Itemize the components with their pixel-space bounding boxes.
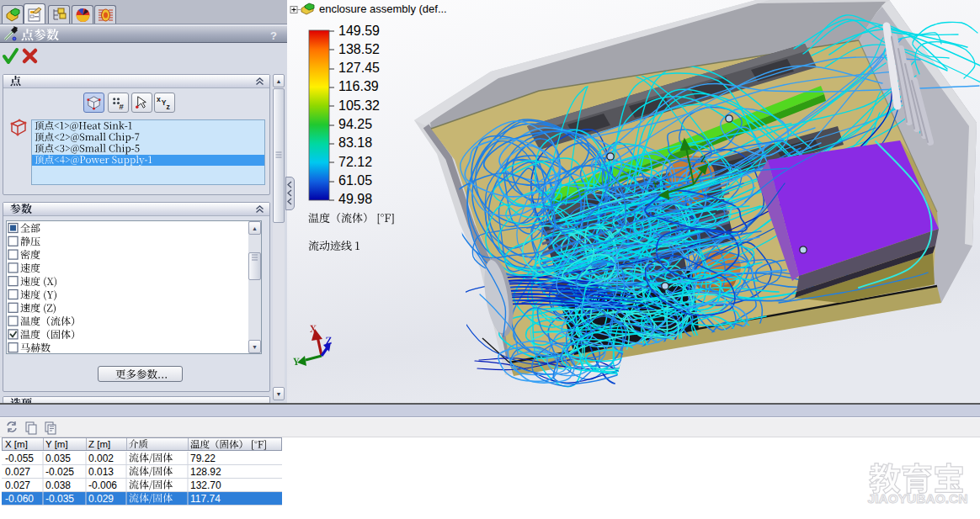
svg-text:0.002: 0.002 [88,453,114,464]
svg-text:#: # [119,102,124,111]
svg-text:z: z [166,103,169,111]
svg-text:149.59: 149.59 [338,24,380,38]
svg-text:-0.035: -0.035 [45,493,74,505]
svg-text:Y [m]: Y [m] [45,439,68,449]
svg-text:x: x [157,95,161,103]
svg-text:0.029: 0.029 [88,493,114,505]
svg-text:0.027: 0.027 [5,479,30,491]
svg-text:72.12: 72.12 [338,155,372,169]
svg-text:0.038: 0.038 [45,479,71,491]
svg-text:117.74: 117.74 [190,493,221,505]
svg-text:-0.006: -0.006 [88,479,117,491]
svg-text:enclosure assembly (def...: enclosure assembly (def... [319,3,447,15]
svg-text:94.25: 94.25 [338,117,372,131]
svg-text:X [m]: X [m] [5,439,28,449]
svg-text:-0.025: -0.025 [45,466,74,478]
svg-text:0.013: 0.013 [88,466,114,478]
svg-text:Z [m]: Z [m] [88,439,110,449]
svg-text:132.70: 132.70 [190,479,221,491]
svg-text:-0.060: -0.060 [5,493,34,505]
svg-text:127.45: 127.45 [338,61,380,75]
svg-text:83.18: 83.18 [338,135,372,150]
svg-text:JIAOYUBAO.CN: JIAOYUBAO.CN [868,491,968,506]
svg-text:61.05: 61.05 [338,173,372,188]
svg-text:128.92: 128.92 [190,466,221,478]
svg-text:138.52: 138.52 [338,42,380,56]
svg-text:0.035: 0.035 [45,453,71,464]
svg-text:105.32: 105.32 [338,98,380,113]
svg-text:?: ? [270,29,277,42]
svg-text:0.027: 0.027 [5,466,30,478]
svg-text:49.98: 49.98 [338,192,372,206]
svg-text:116.39: 116.39 [338,79,379,93]
svg-text:79.22: 79.22 [190,453,216,464]
svg-text:-0.055: -0.055 [5,453,34,464]
